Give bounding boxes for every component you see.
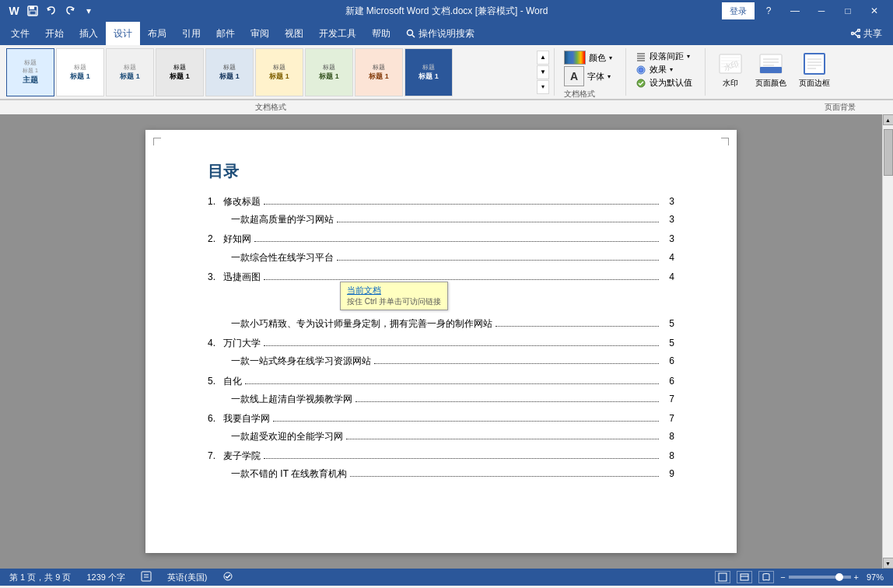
zoom-percent[interactable]: 97% <box>862 572 884 582</box>
word-count: 1239 个字 <box>86 572 125 583</box>
menu-view[interactable]: 视图 <box>277 22 311 45</box>
color-swatch <box>564 51 586 65</box>
minimize-button[interactable]: ─ <box>809 0 834 22</box>
vertical-scrollbar[interactable]: ▲ ▼ <box>882 114 893 569</box>
effects-icon <box>636 65 646 75</box>
svg-line-9 <box>854 33 858 37</box>
scroll-up-button[interactable]: ▲ <box>883 114 894 125</box>
print-view-button[interactable] <box>715 571 730 583</box>
document-area: 目录 1. 修改标题 3 一款超高质量的学习网站 3 2. <box>0 114 882 569</box>
page-border-icon-area <box>802 51 827 76</box>
font-row[interactable]: A 字体 ▾ <box>562 65 619 87</box>
share-button[interactable]: 共享 <box>843 22 890 45</box>
close-button[interactable]: ✕ <box>862 0 887 22</box>
toc-row-1[interactable]: 1. 修改标题 3 <box>208 194 674 209</box>
style-item-heading1-h[interactable]: 标题 标题 1 <box>404 48 453 96</box>
document-page[interactable]: 目录 1. 修改标题 3 一款超高质量的学习网站 3 2. <box>145 130 737 553</box>
login-button[interactable]: 登录 <box>722 2 755 19</box>
help-icon[interactable]: ? <box>756 0 781 22</box>
status-bar: 第 1 页，共 9 页 1239 个字 英语(美国) − + 97% <box>0 569 893 586</box>
tooltip-hint: 按住 Ctrl 并单击可访问链接 <box>347 296 441 307</box>
save-icon[interactable] <box>25 3 40 19</box>
menu-insert[interactable]: 插入 <box>72 22 106 45</box>
page-color-icon <box>758 51 783 76</box>
style-gallery: 标题 标题 1 主题 标题 标题 1 标题 标题 1 标题 标题 1 <box>6 48 555 96</box>
checkmark-icon <box>636 78 646 89</box>
zoom-out-icon[interactable]: − <box>780 572 785 582</box>
style-scroll-up[interactable]: ▲ <box>537 51 549 65</box>
svg-point-15 <box>639 68 643 72</box>
style-item-theme[interactable]: 标题 标题 1 主题 <box>6 48 54 96</box>
style-item-heading1-c[interactable]: 标题 标题 1 <box>156 48 204 96</box>
toc-row-7[interactable]: 7. 麦子学院 8 <box>208 449 674 464</box>
zoom-slider[interactable] <box>789 576 851 579</box>
style-item-heading1-b[interactable]: 标题 标题 1 <box>106 48 154 96</box>
effects-dropdown-icon[interactable]: ▾ <box>670 66 673 73</box>
menu-design[interactable]: 设计 <box>106 22 140 45</box>
set-default-row[interactable]: 设为默认值 <box>634 76 699 89</box>
toc-row-7-sub[interactable]: 一款不错的 IT 在线教育机构 9 <box>208 467 674 481</box>
color-dropdown-icon[interactable]: ▾ <box>609 54 612 61</box>
page-background-group: 水印 水印 <box>707 48 841 96</box>
menu-layout[interactable]: 布局 <box>140 22 174 45</box>
page-border-icon <box>802 51 827 76</box>
customize-icon[interactable]: ▾ <box>81 3 96 19</box>
style-expand[interactable]: ▾ <box>537 80 549 94</box>
toc-row-4[interactable]: 4. 万门大学 5 <box>208 336 674 351</box>
paragraph-spacing-row[interactable]: 段落间距 ▾ <box>634 50 699 63</box>
menu-developer[interactable]: 开发工具 <box>311 22 364 45</box>
menu-file[interactable]: 文件 <box>3 22 37 45</box>
style-item-heading1-d[interactable]: 标题 标题 1 <box>205 48 254 96</box>
main-content: 目录 1. 修改标题 3 一款超高质量的学习网站 3 2. <box>0 114 893 569</box>
toc-row-1-sub[interactable]: 一款超高质量的学习网站 3 <box>208 212 674 227</box>
menu-review[interactable]: 审阅 <box>243 22 277 45</box>
zoom-in-icon[interactable]: + <box>854 572 859 582</box>
read-view-button[interactable] <box>758 571 774 583</box>
toc-row-6-sub[interactable]: 一款超受欢迎的全能学习网 8 <box>208 429 674 444</box>
maximize-button[interactable]: □ <box>835 0 860 22</box>
style-item-heading1-e[interactable]: 标题 标题 1 <box>255 48 303 96</box>
scroll-track[interactable] <box>883 125 894 558</box>
page-color-button[interactable]: 页面颜色 <box>751 50 791 94</box>
spacing-dropdown-icon[interactable]: ▾ <box>687 53 690 60</box>
style-item-heading1-a[interactable]: 标题 标题 1 <box>56 48 104 96</box>
ribbon-bottom-labels: 文档格式 页面背景 <box>0 100 893 114</box>
toc-row-2[interactable]: 2. 好知网 3 <box>208 232 674 247</box>
menu-help[interactable]: 帮助 <box>364 22 398 45</box>
corner-mark-tl <box>153 138 161 145</box>
page-border-button[interactable]: 页面边框 <box>794 50 835 94</box>
undo-icon[interactable] <box>44 3 59 19</box>
menu-search[interactable]: 操作说明搜索 <box>398 22 482 45</box>
tooltip-filename: 当前文档 <box>347 285 441 296</box>
style-gallery-nav: ▲ ▼ ▾ <box>537 51 549 94</box>
zoom-bar[interactable]: − + 97% <box>780 572 884 582</box>
ribbon-toggle-icon[interactable]: — <box>783 0 807 22</box>
color-row[interactable]: 颜色 ▾ <box>562 50 619 65</box>
toc-row-3-sub[interactable]: 一款小巧精致、专为设计师量身定制，拥有完善一身的制作网站 5 <box>208 317 674 331</box>
font-dropdown-icon[interactable]: ▾ <box>608 73 611 80</box>
effects-row[interactable]: 效果 ▾ <box>634 63 699 76</box>
style-item-heading1-f[interactable]: 标题 标题 1 <box>305 48 353 96</box>
menu-mailings[interactable]: 邮件 <box>208 22 243 45</box>
svg-rect-2 <box>30 11 36 15</box>
style-scroll-down[interactable]: ▼ <box>537 65 549 79</box>
style-item-heading1-g[interactable]: 标题 标题 1 <box>355 48 403 96</box>
gallery-section-label: 文档格式 <box>562 89 619 100</box>
toc-row-2-sub[interactable]: 一款综合性在线学习平台 4 <box>208 250 674 265</box>
menu-home[interactable]: 开始 <box>37 22 72 45</box>
toc-row-5[interactable]: 5. 自化 6 <box>208 374 674 389</box>
watermark-button[interactable]: 水印 水印 <box>713 50 748 94</box>
svg-rect-1 <box>30 6 34 9</box>
redo-icon[interactable] <box>62 3 78 19</box>
scroll-down-button[interactable]: ▼ <box>883 558 894 569</box>
menu-references[interactable]: 引用 <box>174 22 208 45</box>
scroll-thumb[interactable] <box>884 129 893 176</box>
toc-row-4-sub[interactable]: 一款一站式终身在线学习资源网站 6 <box>208 354 674 369</box>
paragraph-spacing-icon <box>636 51 646 62</box>
web-view-button[interactable] <box>737 571 752 583</box>
toc-row-5-sub[interactable]: 一款线上超清自学视频教学网 7 <box>208 392 674 407</box>
language[interactable]: 英语(美国) <box>167 572 207 583</box>
toc-list: 1. 修改标题 3 一款超高质量的学习网站 3 2. 好知网 3 <box>208 194 674 482</box>
toc-row-6[interactable]: 6. 我要自学网 7 <box>208 411 674 426</box>
colors-fonts-group: 颜色 ▾ A 字体 ▾ 文档格式 <box>556 48 626 96</box>
